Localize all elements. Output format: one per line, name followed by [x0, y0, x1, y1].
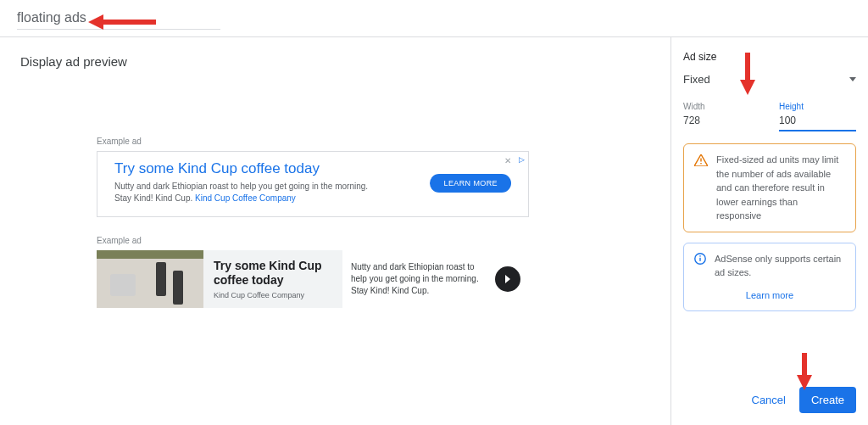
height-field[interactable]: Height 100 — [779, 102, 856, 131]
learn-more-button[interactable]: LEARN MORE — [430, 174, 511, 193]
create-button[interactable]: Create — [799, 387, 856, 413]
svg-rect-3 — [699, 257, 700, 260]
warning-icon — [694, 154, 708, 166]
size-type-value: Fixed — [683, 73, 710, 86]
close-icon: ✕ — [504, 156, 511, 165]
height-value: 100 — [779, 115, 856, 131]
svg-rect-1 — [700, 163, 701, 164]
ad2-title: Try some Kind Cup coffee today — [214, 259, 332, 288]
width-value: 728 — [683, 115, 760, 131]
chevron-down-icon — [849, 77, 856, 81]
ad2-brand: Kind Cup Coffee Company — [214, 291, 332, 299]
example-ad-label: Example ad — [97, 236, 650, 245]
size-type-select[interactable]: Fixed — [683, 73, 856, 92]
example-ad-2: Try some Kind Cup coffee today Kind Cup … — [97, 250, 529, 308]
example-ad-1: ✕ ▷ Try some Kind Cup coffee today Nutty… — [97, 151, 529, 217]
display-preview-title: Display ad preview — [20, 54, 650, 69]
fixed-size-warning: Fixed-sized ad units may limit the numbe… — [683, 143, 856, 232]
ad-size-heading: Ad size — [683, 51, 856, 63]
cancel-button[interactable]: Cancel — [752, 394, 786, 406]
info-icon — [694, 253, 706, 265]
svg-rect-4 — [699, 255, 700, 256]
learn-more-link[interactable]: Learn more — [694, 288, 845, 303]
ad2-description: Nutty and dark Ethiopian roast to help y… — [351, 261, 483, 297]
width-label: Width — [683, 102, 760, 111]
sizes-info: AdSense only supports certain ad sizes. … — [683, 243, 856, 312]
next-arrow-button[interactable] — [495, 266, 520, 292]
height-label: Height — [779, 102, 856, 111]
ad-unit-name-input[interactable] — [17, 7, 220, 30]
example-ad-label: Example ad — [97, 137, 650, 146]
ad-choices-icon: ▷ — [519, 155, 525, 164]
ad1-description: Nutty and dark Ethiopian roast to help y… — [114, 181, 386, 204]
width-field[interactable]: Width 728 — [683, 102, 760, 131]
info-text: AdSense only supports certain ad sizes. — [715, 252, 845, 280]
chevron-right-icon — [504, 275, 512, 283]
svg-rect-0 — [700, 159, 701, 162]
ad2-image — [97, 250, 203, 308]
warning-text: Fixed-sized ad units may limit the numbe… — [716, 153, 845, 223]
